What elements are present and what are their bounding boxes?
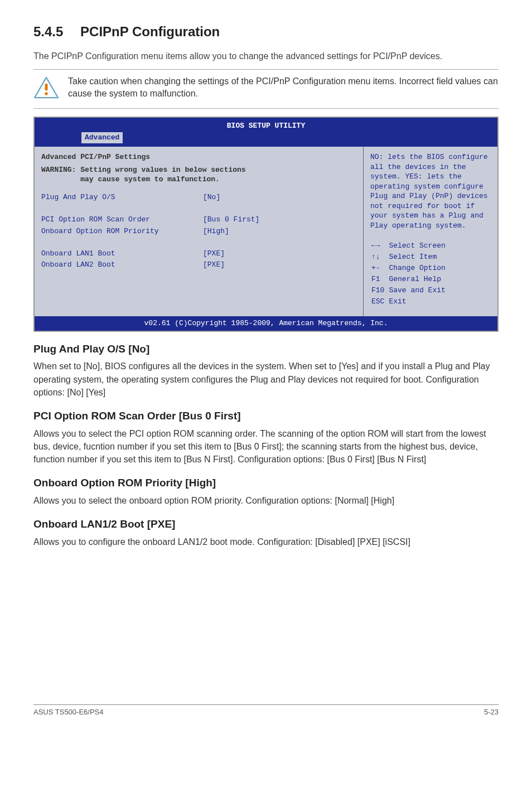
svg-point-2 (45, 93, 47, 95)
caution-text: Take caution when changing the settings … (68, 75, 499, 100)
bios-key: ←→ (371, 241, 388, 251)
bios-key-action: Select Item (389, 252, 448, 262)
subsection-heading: PCI Option ROM Scan Order [Bus 0 First] (33, 409, 499, 424)
bios-right-pane: NO: lets the BIOS configure all the devi… (364, 147, 497, 316)
subsection-heading: Onboard LAN1/2 Boot [PXE] (33, 517, 499, 532)
bios-setting-key: Plug And Play O/S (41, 192, 203, 202)
bios-title: BIOS SETUP UTILITY (37, 121, 495, 131)
bios-setting-value: [No] (203, 192, 356, 202)
page-footer-divider (33, 704, 499, 705)
bios-screenshot: BIOS SETUP UTILITY Advanced Advanced PCI… (33, 117, 499, 332)
bios-key-action: General Help (389, 274, 448, 284)
bios-setting-key: PCI Option ROM Scan Order (41, 215, 203, 225)
bios-setting-value: [High] (203, 226, 356, 236)
bios-key-row: +-Change Option (371, 263, 449, 273)
bios-setting-row: Onboard Option ROM Priority[High] (41, 226, 356, 236)
subsection-body: Allows you to select the onboard option … (33, 494, 499, 507)
section-number: 5.4.5 (33, 22, 63, 41)
subsection-heading: Plug And Play O/S [No] (33, 342, 499, 357)
bios-setting-value: [Bus 0 First] (203, 215, 356, 225)
bios-setting-value: [PXE] (203, 260, 356, 270)
bios-key-row: ←→Select Screen (371, 241, 449, 251)
footer-left: ASUS TS500-E6/PS4 (33, 707, 104, 717)
bios-setting-key: Onboard Option ROM Priority (41, 226, 203, 236)
bios-setting-key: Onboard LAN2 Boot (41, 260, 203, 270)
bios-key-row: F10Save and Exit (371, 286, 449, 296)
section-title-text: PCIPnP Configuration (80, 24, 220, 39)
bios-body: Advanced PCI/PnP Settings WARNING: Setti… (35, 147, 497, 316)
bios-key-row: F1General Help (371, 274, 449, 284)
bios-setting-value: [PXE] (203, 249, 356, 259)
bios-setting-row: Onboard LAN1 Boot[PXE] (41, 249, 356, 259)
subsection-body: Allows you to configure the onboard LAN1… (33, 535, 499, 548)
bios-tab-row: Advanced (37, 131, 495, 144)
bios-help-text: NO: lets the BIOS configure all the devi… (370, 152, 492, 230)
bios-setting-row: Plug And Play O/S[No] (41, 192, 356, 202)
subsection-body: When set to [No], BIOS configures all th… (33, 360, 499, 399)
bios-key: F1 (371, 274, 388, 284)
bios-setting-row (41, 238, 356, 248)
bios-key: ↑↓ (371, 252, 388, 262)
caution-icon (33, 76, 59, 99)
bios-key-action: Change Option (389, 263, 448, 273)
bios-footer: v02.61 (C)Copyright 1985-2009, American … (35, 316, 497, 331)
section-lead: The PCIPnP Configuration menu items allo… (33, 50, 499, 62)
bios-left-pane: Advanced PCI/PnP Settings WARNING: Setti… (35, 147, 364, 316)
bios-setting-row: PCI Option ROM Scan Order[Bus 0 First] (41, 215, 356, 225)
divider (33, 108, 499, 109)
section-heading: 5.4.5 PCIPnP Configuration (33, 22, 499, 41)
subsection-heading: Onboard Option ROM Priority [High] (33, 476, 499, 491)
bios-left-warning: WARNING: Setting wrong values in below s… (41, 166, 356, 185)
footer-right: 5-23 (484, 707, 499, 717)
bios-setting-key: Onboard LAN1 Boot (41, 249, 203, 259)
bios-key-action: Exit (389, 297, 448, 307)
bios-key: ESC (371, 297, 388, 307)
bios-key-action: Save and Exit (389, 286, 448, 296)
svg-rect-1 (45, 84, 47, 91)
bios-key: +- (371, 263, 388, 273)
bios-key: F10 (371, 286, 388, 296)
bios-setting-row (41, 204, 356, 214)
divider (33, 69, 499, 70)
bios-key-row: ↑↓Select Item (371, 252, 449, 262)
bios-tab-advanced: Advanced (81, 132, 123, 143)
page-footer: ASUS TS500-E6/PS4 5-23 (33, 707, 499, 717)
bios-setting-row: Onboard LAN2 Boot[PXE] (41, 260, 356, 270)
bios-key-row: ESCExit (371, 297, 449, 307)
bios-left-header: Advanced PCI/PnP Settings (41, 152, 356, 162)
caution-callout: Take caution when changing the settings … (33, 73, 499, 105)
bios-header: BIOS SETUP UTILITY Advanced (35, 118, 497, 147)
bios-key-legend: ←→Select Screen↑↓Select Item+-Change Opt… (370, 240, 450, 308)
bios-key-action: Select Screen (389, 241, 448, 251)
subsection-body: Allows you to select the PCI option ROM … (33, 427, 499, 466)
